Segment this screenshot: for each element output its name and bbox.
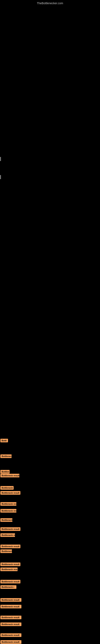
bottleneck-label-23[interactable]: Bottleneck result	[0, 640, 21, 644]
bottleneck-label-5[interactable]: Bottleneck r	[0, 486, 14, 490]
bottleneck-label-2[interactable]: Bottleneck	[0, 454, 12, 458]
site-title: TheBottlenecker.com	[37, 2, 63, 5]
cursor-line-1	[0, 157, 1, 161]
bottleneck-label-17[interactable]: Bottleneck r	[0, 585, 16, 589]
bottleneck-label-8[interactable]: Bottleneck result	[0, 509, 16, 512]
bottleneck-label-15[interactable]: Bottleneck resu	[0, 568, 18, 571]
bottleneck-label-19[interactable]: Bottleneck result	[0, 605, 21, 608]
bottleneck-label-16[interactable]: Bottleneck result	[0, 580, 20, 584]
bottleneck-label-1[interactable]: Bottl	[0, 439, 8, 442]
bottleneck-label-21[interactable]: Bottleneck result	[0, 622, 21, 626]
bottleneck-label-7[interactable]: Bottleneck res	[0, 502, 16, 506]
bottleneck-label-11[interactable]: Bottleneck re	[0, 533, 15, 537]
bottleneck-label-14[interactable]: Bottleneck result	[0, 562, 20, 566]
bottleneck-label-4[interactable]: Bottleneck result	[0, 474, 19, 477]
bottleneck-label-18[interactable]: Bottleneck result	[0, 598, 21, 602]
bottleneck-label-13[interactable]: Bottleneck	[0, 550, 12, 553]
bottleneck-label-10[interactable]: Bottleneck result	[0, 527, 20, 531]
bottleneck-label-12[interactable]: Bottleneck result	[0, 544, 20, 548]
cursor-line-2	[0, 175, 1, 179]
bottleneck-label-20[interactable]: Bottleneck result	[0, 616, 21, 619]
bottleneck-label-9[interactable]: Bottleneck	[0, 518, 12, 522]
bottleneck-label-6[interactable]: Bottleneck result	[0, 491, 20, 495]
bottleneck-label-3[interactable]: Bottlen	[0, 470, 10, 474]
bottleneck-label-22[interactable]: Bottleneck result	[0, 633, 21, 637]
